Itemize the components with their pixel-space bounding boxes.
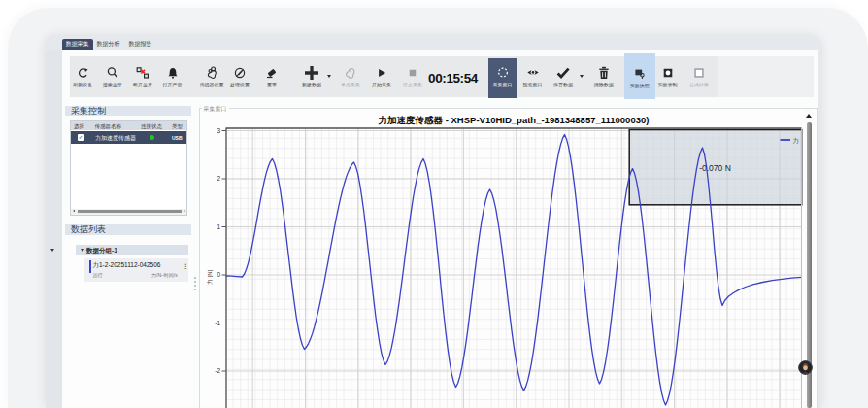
svg-text:-2: -2	[215, 367, 220, 374]
svg-text:2: 2	[217, 175, 220, 182]
svg-text:3: 3	[217, 127, 220, 134]
svg-text:-1: -1	[215, 320, 220, 326]
svg-text:-0.070 N: -0.070 N	[699, 163, 731, 173]
svg-text:力: 力	[792, 137, 799, 144]
svg-text:力 [N]: 力 [N]	[206, 269, 212, 285]
svg-text:力加速度传感器 - XHSP-V10HID_path_-19: 力加速度传感器 - XHSP-V10HID_path_-1981348857_1…	[377, 115, 649, 125]
svg-text:1: 1	[217, 223, 220, 230]
svg-text:0: 0	[217, 271, 220, 278]
